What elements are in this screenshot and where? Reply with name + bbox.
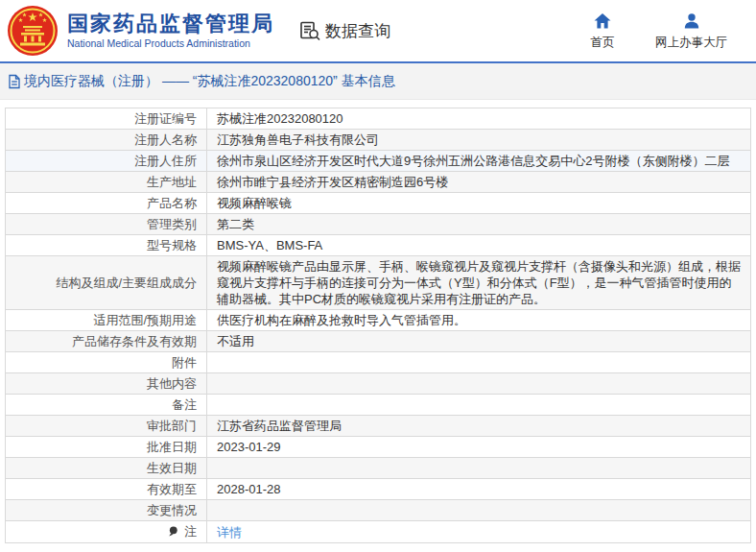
table-row: 备注 <box>6 395 751 416</box>
field-label-text: 审批部门 <box>147 419 197 433</box>
field-label-text: 注册证编号 <box>134 111 197 126</box>
field-label: 批准日期 <box>6 437 207 458</box>
field-label: 注 <box>6 521 207 543</box>
field-label: 型号规格 <box>6 235 207 256</box>
page-header: 国家药品监督管理局 National Medical Products Admi… <box>0 0 756 61</box>
user-icon <box>682 12 701 31</box>
field-label: 结构及组成/主要组成成分 <box>6 256 207 310</box>
info-table: 注册证编号 苏械注准20232080120 注册人名称 江苏独角兽电子科技有限公… <box>5 108 751 543</box>
field-label-text: 有效期至 <box>147 482 197 496</box>
table-row: 型号规格 BMS-YA、BMS-FA <box>6 235 751 256</box>
field-value: 江苏省药品监督管理局 <box>207 416 751 437</box>
field-value: BMS-YA、BMS-FA <box>207 235 751 256</box>
field-value: 苏械注准20232080120 <box>207 108 751 130</box>
field-label-text: 备注 <box>172 397 197 412</box>
field-label: 其他内容 <box>6 373 207 395</box>
field-label-text: 其他内容 <box>147 376 197 391</box>
field-label: 注册证编号 <box>6 108 207 130</box>
table-row: 注册证编号 苏械注准20232080120 <box>6 108 751 130</box>
field-value: 视频麻醉喉镜产品由显示屏、手柄、喉镜窥视片及窥视片支撑杆（含摄像头和光源）组成，… <box>207 256 751 310</box>
field-label-text: 附件 <box>172 355 197 370</box>
nav-item-service-hall[interactable]: 网上办事大厅 <box>655 12 727 51</box>
table-row: 批准日期 2023-01-29 <box>6 437 751 458</box>
field-value: 2023-01-29 <box>207 437 751 458</box>
field-value <box>207 500 751 521</box>
table-row: 适用范围/预期用途 供医疗机构在麻醉及抢救时导入气管插管用。 <box>6 310 751 331</box>
field-label: 附件 <box>6 352 207 373</box>
field-label: 产品储存条件及有效期 <box>6 331 207 352</box>
table-row: 管理类别 第二类 <box>6 214 751 235</box>
table-row: 生产地址 徐州市睢宁县经济开发区精密制造园6号楼 <box>6 172 751 193</box>
field-label-text: 注 <box>184 524 197 539</box>
field-label: 备注 <box>6 395 207 416</box>
field-label: 注册人住所 <box>6 151 207 172</box>
table-row: 注册人住所 徐州市泉山区经济开发区时代大道9号徐州五洲公路港信息交易中心2号附楼… <box>6 151 751 172</box>
field-label-text: 产品名称 <box>147 196 197 210</box>
nav-home-label: 首页 <box>591 35 615 51</box>
table-row: 有效期至 2028-01-28 <box>6 479 751 500</box>
table-row: 附件 <box>6 352 751 373</box>
field-value: 徐州市泉山区经济开发区时代大道9号徐州五洲公路港信息交易中心2号附楼（东侧附楼）… <box>207 151 751 172</box>
breadcrumb: 境内医疗器械（注册） —— “苏械注准20232080120” 基本信息 <box>0 63 756 100</box>
field-label: 生效日期 <box>6 458 207 479</box>
table-row: 产品储存条件及有效期 不适用 <box>6 331 751 352</box>
field-value: 第二类 <box>207 214 751 235</box>
breadcrumb-text: 境内医疗器械（注册） —— “苏械注准20232080120” 基本信息 <box>24 73 395 90</box>
document-icon <box>8 74 21 89</box>
field-label-text: 注册人名称 <box>134 132 197 147</box>
org-name-zh: 国家药品监督管理局 <box>67 12 274 36</box>
info-table-body: 注册证编号 苏械注准20232080120 注册人名称 江苏独角兽电子科技有限公… <box>6 108 751 543</box>
field-value: 视频麻醉喉镜 <box>207 193 751 214</box>
field-label-text: 型号规格 <box>147 238 197 252</box>
top-nav: 首页 网上办事大厅 <box>586 12 739 51</box>
field-label-text: 适用范围/预期用途 <box>93 313 197 327</box>
nav-item-home[interactable]: 首页 <box>586 12 619 51</box>
field-value <box>207 352 751 373</box>
field-value <box>207 395 751 416</box>
field-label: 审批部门 <box>6 416 207 437</box>
detail-link[interactable]: 详情 <box>217 525 242 540</box>
table-row: 其他内容 <box>6 373 751 395</box>
table-row: 审批部门 江苏省药品监督管理局 <box>6 416 751 437</box>
field-label-text: 管理类别 <box>147 217 197 231</box>
field-label: 注册人名称 <box>6 130 207 151</box>
nav-service-hall-label: 网上办事大厅 <box>655 35 727 51</box>
table-wrap: 注册证编号 苏械注准20232080120 注册人名称 江苏独角兽电子科技有限公… <box>0 100 756 543</box>
field-label-text: 生效日期 <box>147 461 197 475</box>
note-pin-icon <box>168 524 178 540</box>
field-label: 管理类别 <box>6 214 207 235</box>
field-value: 江苏独角兽电子科技有限公司 <box>207 130 751 151</box>
table-row: 注 详情 <box>6 521 751 543</box>
field-value: 2028-01-28 <box>207 479 751 500</box>
data-query-label: 数据查询 <box>325 20 390 42</box>
data-query-section[interactable]: 数据查询 <box>299 20 390 42</box>
field-label: 生产地址 <box>6 172 207 193</box>
field-value: 详情 <box>207 521 751 543</box>
field-label-text: 批准日期 <box>147 440 197 454</box>
table-row: 产品名称 视频麻醉喉镜 <box>6 193 751 214</box>
field-value: 不适用 <box>207 331 751 352</box>
field-value <box>207 373 751 395</box>
field-value: 徐州市睢宁县经济开发区精密制造园6号楼 <box>207 172 751 193</box>
field-label-text: 结构及组成/主要组成成分 <box>56 276 197 290</box>
table-row: 结构及组成/主要组成成分 视频麻醉喉镜产品由显示屏、手柄、喉镜窥视片及窥视片支撑… <box>6 256 751 310</box>
field-label-text: 注册人住所 <box>134 154 197 168</box>
table-row: 变更情况 <box>6 500 751 521</box>
org-name-en: National Medical Products Administration <box>67 36 274 50</box>
field-label-text: 生产地址 <box>147 175 197 189</box>
field-label-text: 产品储存条件及有效期 <box>72 334 197 348</box>
table-row: 注册人名称 江苏独角兽电子科技有限公司 <box>6 130 751 151</box>
field-label: 变更情况 <box>6 500 207 521</box>
data-query-icon <box>299 20 320 41</box>
table-row: 生效日期 <box>6 458 751 479</box>
home-icon <box>593 12 612 31</box>
nmpa-emblem-logo <box>8 6 58 56</box>
field-value <box>207 458 751 479</box>
field-label: 产品名称 <box>6 193 207 214</box>
field-label-text: 变更情况 <box>147 503 197 517</box>
org-title-block: 国家药品监督管理局 National Medical Products Admi… <box>67 12 274 50</box>
field-label: 有效期至 <box>6 479 207 500</box>
field-value: 供医疗机构在麻醉及抢救时导入气管插管用。 <box>207 310 751 331</box>
field-label: 适用范围/预期用途 <box>6 310 207 331</box>
